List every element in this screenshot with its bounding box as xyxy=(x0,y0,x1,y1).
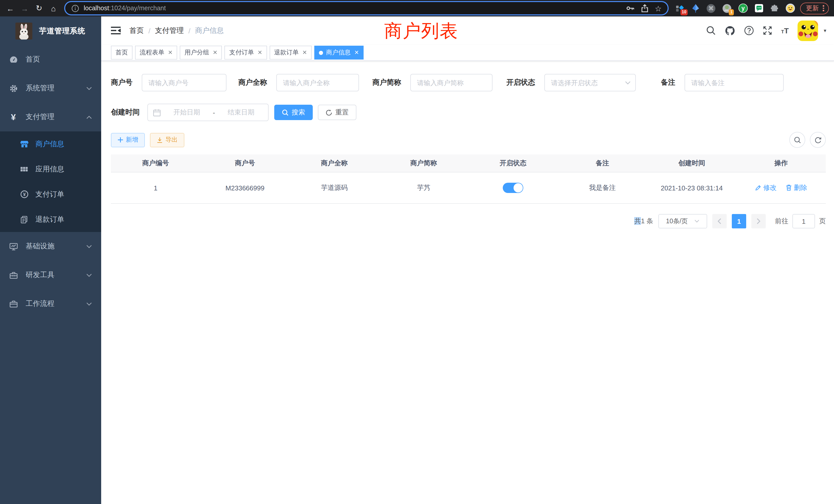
browser-home-button[interactable]: ⌂ xyxy=(48,3,59,14)
yen-circle-icon: ¥ xyxy=(20,190,29,199)
table-row: 1 M233666999 芋道源码 芋艿 我是备注 2021-10-23 08:… xyxy=(111,172,826,204)
browser-toolbar: ← → ↻ ⌂ localhost:1024/pay/merchant ☆ xyxy=(0,0,834,17)
browser-update-button[interactable]: 更新 xyxy=(800,2,829,14)
avatar-dropdown-caret-icon[interactable]: ▾ xyxy=(824,28,826,33)
sidebar-item-infrastructure[interactable]: 基础设施 xyxy=(0,232,101,261)
svg-text:⌘: ⌘ xyxy=(708,5,714,11)
breadcrumb-payment[interactable]: 支付管理 xyxy=(155,26,184,35)
kite-extension-icon[interactable] xyxy=(692,4,700,13)
short-name-input[interactable] xyxy=(410,74,492,91)
tag-process-form[interactable]: 流程表单 ✕ xyxy=(135,46,177,60)
cell-short-name: 芋艿 xyxy=(379,172,468,204)
collections-extension-icon[interactable]: 10 xyxy=(676,4,685,13)
status-select[interactable] xyxy=(544,74,636,91)
tag-merchant-info[interactable]: 商户信息 ✕ xyxy=(314,46,364,60)
close-icon[interactable]: ✕ xyxy=(302,50,307,55)
chevron-up-icon xyxy=(86,115,92,119)
sidebar-item-label: 应用信息 xyxy=(36,164,64,174)
sidebar-item-workflow[interactable]: 工作流程 xyxy=(0,290,101,318)
sidebar-collapse-button[interactable] xyxy=(111,26,121,35)
active-dot xyxy=(319,50,323,55)
profile-extension-icon[interactable]: 1 xyxy=(723,4,731,13)
full-name-input[interactable] xyxy=(276,74,359,91)
document-icon xyxy=(20,215,29,224)
show-search-toggle-button[interactable] xyxy=(789,132,805,148)
merchant-no-input[interactable] xyxy=(142,74,226,91)
sidebar-item-system[interactable]: 系统管理 xyxy=(0,74,101,102)
close-icon[interactable]: ✕ xyxy=(354,50,359,55)
chevron-down-icon xyxy=(86,87,92,90)
close-icon[interactable]: ✕ xyxy=(258,50,262,55)
remark-input[interactable] xyxy=(684,74,784,91)
logo-rabbit-icon xyxy=(16,22,32,39)
tag-refund-order[interactable]: 退款订单 ✕ xyxy=(269,46,311,60)
chevron-down-icon xyxy=(625,81,631,85)
page-number-1[interactable]: 1 xyxy=(732,214,746,228)
browser-reload-button[interactable]: ↻ xyxy=(34,3,45,14)
user-avatar[interactable] xyxy=(797,20,818,41)
edit-link[interactable]: 修改 xyxy=(755,183,776,193)
sidebar-item-label: 商户信息 xyxy=(36,139,64,148)
close-icon[interactable]: ✕ xyxy=(168,50,173,55)
browser-menu-icon[interactable] xyxy=(820,5,827,11)
yen-icon: ¥ xyxy=(9,113,18,121)
bookmark-star-icon[interactable]: ☆ xyxy=(655,4,662,12)
goto-page-input[interactable] xyxy=(792,214,815,228)
filter-remark: 备注 xyxy=(661,74,784,91)
add-button[interactable]: 新增 xyxy=(111,133,145,147)
cell-actions: 修改 删除 xyxy=(737,172,826,204)
reset-button[interactable]: 重置 xyxy=(318,105,356,120)
github-icon[interactable] xyxy=(725,25,736,36)
tag-home[interactable]: 首页 xyxy=(111,46,132,60)
search-button[interactable]: 搜索 xyxy=(274,105,313,120)
browser-profile-avatar[interactable] xyxy=(786,4,795,13)
annotation-merchant-list: 商户列表 xyxy=(384,19,458,43)
cell-status xyxy=(468,172,558,204)
sidebar-item-label: 支付管理 xyxy=(26,112,54,122)
breadcrumb-current: 商户信息 xyxy=(195,26,224,35)
y-extension-icon[interactable]: y xyxy=(739,4,748,13)
filter-create-time: 创建时间 开始日期 - 结束日期 xyxy=(111,104,269,121)
next-page-button[interactable] xyxy=(751,214,766,228)
close-icon[interactable]: ✕ xyxy=(213,50,217,55)
sidebar-item-merchant-info[interactable]: 商户信息 xyxy=(0,131,101,157)
dashboard-icon xyxy=(9,55,18,64)
briefcase-icon xyxy=(9,299,18,308)
help-icon[interactable] xyxy=(744,26,754,36)
cell-merchant-no: M233666999 xyxy=(200,172,290,204)
tag-user-group[interactable]: 用户分组 ✕ xyxy=(180,46,222,60)
tag-pay-order[interactable]: 支付订单 ✕ xyxy=(225,46,267,60)
monitor-icon xyxy=(9,242,18,251)
extensions-puzzle-icon[interactable] xyxy=(771,4,779,12)
prev-page-button[interactable] xyxy=(712,214,727,228)
status-toggle[interactable] xyxy=(503,183,523,193)
app-logo[interactable]: 芋道管理系统 xyxy=(0,17,101,45)
password-key-icon[interactable] xyxy=(626,4,635,12)
site-info-icon[interactable] xyxy=(71,4,79,12)
sidebar-item-dev-tools[interactable]: 研发工具 xyxy=(0,261,101,290)
sidebar-item-refund-order[interactable]: 退款订单 xyxy=(0,207,101,232)
chat-extension-icon[interactable] xyxy=(755,4,763,12)
header-search-icon[interactable] xyxy=(706,26,716,36)
export-button[interactable]: 导出 xyxy=(150,133,184,147)
sidebar-item-app-info[interactable]: 应用信息 xyxy=(0,157,101,182)
fullscreen-icon[interactable] xyxy=(763,26,772,36)
font-size-icon[interactable]: TT xyxy=(781,27,789,35)
breadcrumb-home[interactable]: 首页 xyxy=(129,26,144,35)
sidebar-item-payment[interactable]: ¥ 支付管理 xyxy=(0,102,101,131)
page-size-select[interactable]: 10条/页 xyxy=(658,214,707,228)
browser-back-button[interactable]: ← xyxy=(5,3,16,14)
sidebar-item-pay-order[interactable]: ¥ 支付订单 xyxy=(0,182,101,207)
sidebar-item-home[interactable]: 首页 xyxy=(0,45,101,74)
command-extension-icon[interactable]: ⌘ xyxy=(707,4,716,13)
delete-link[interactable]: 删除 xyxy=(786,183,807,192)
screen: ← → ↻ ⌂ localhost:1024/pay/merchant ☆ xyxy=(0,0,834,504)
share-icon[interactable] xyxy=(641,4,649,12)
url-bar[interactable]: localhost:1024/pay/merchant ☆ xyxy=(64,1,669,16)
cell-remark: 我是备注 xyxy=(558,172,647,204)
app-title: 芋道管理系统 xyxy=(39,26,85,36)
refresh-button[interactable] xyxy=(810,132,826,148)
grid-icon xyxy=(20,165,29,173)
browser-forward-button[interactable]: → xyxy=(19,3,30,14)
date-range-picker[interactable]: 开始日期 - 结束日期 xyxy=(147,104,269,121)
